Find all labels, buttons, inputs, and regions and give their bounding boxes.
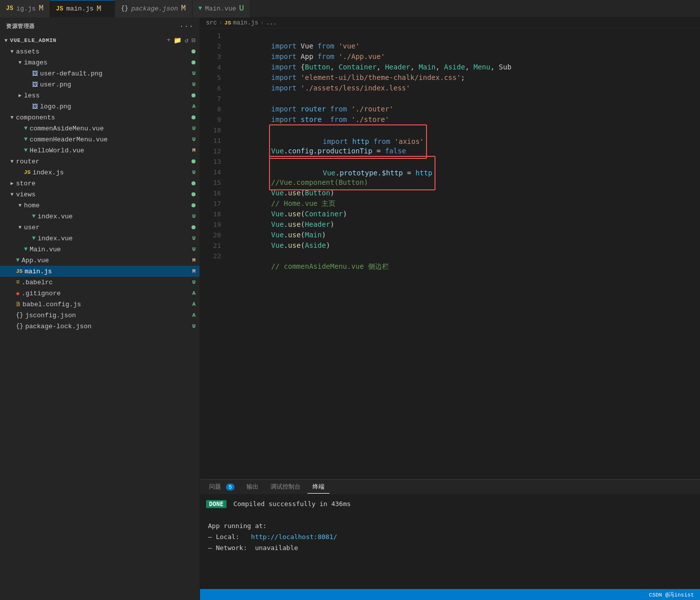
code-editor[interactable]: 1 2 3 4 5 6 7 8 9 10 11 12 13 14 15 16 1… xyxy=(200,28,700,479)
tree-item-assets[interactable]: ▼ assets xyxy=(0,46,200,57)
collapse-icon[interactable]: ⊟ xyxy=(192,36,196,44)
project-root[interactable]: ▼ VUE_ELE_ADMIN + 📁 ↺ ⊟ xyxy=(0,35,200,46)
badge: U xyxy=(192,213,196,219)
sidebar-more-button[interactable]: ··· xyxy=(179,22,194,31)
tree-item-images[interactable]: ▼ images xyxy=(0,57,200,68)
tree-item-babel-config[interactable]: 𝔹 babel.config.js A xyxy=(0,299,200,310)
tree-item-router[interactable]: ▼ router xyxy=(0,156,200,167)
code-line-1: import Vue from 'vue' xyxy=(229,30,700,41)
refresh-icon[interactable]: ↺ xyxy=(184,36,188,44)
img-icon: 🖼 xyxy=(32,81,38,88)
tab-router-js[interactable]: JS ig.js M xyxy=(0,0,50,17)
badge: U xyxy=(192,279,196,285)
terminal-blank-line xyxy=(206,510,694,521)
tree-item-gitignore[interactable]: ◆ .gitignore A xyxy=(0,288,200,299)
tree-item-home-index[interactable]: ▼ index.vue U xyxy=(0,211,200,222)
line-num-19: 19 xyxy=(200,219,221,230)
status-dot xyxy=(192,93,196,97)
badge: A xyxy=(192,312,196,318)
tree-item-package-lock[interactable]: {} package-lock.json U xyxy=(0,321,200,332)
tab-label-package: package.json xyxy=(131,5,178,12)
code-content[interactable]: import Vue from 'vue' import App from '.… xyxy=(225,28,700,479)
status-dot xyxy=(192,49,196,53)
babel-icon: 𝔹 xyxy=(16,301,20,308)
vue-icon: ▼ xyxy=(24,136,28,143)
line-num-17: 17 xyxy=(200,198,221,209)
tab-problems[interactable]: 问题 5 xyxy=(204,481,240,493)
new-folder-icon[interactable]: 📁 xyxy=(174,36,182,44)
vue-icon: ▼ xyxy=(32,213,36,220)
line-num-2: 2 xyxy=(200,41,221,51)
line-num-5: 5 xyxy=(200,72,221,83)
tree-item-jsconfig[interactable]: {} jsconfig.json A xyxy=(0,310,200,321)
tab-dot-package: M xyxy=(181,4,186,12)
tree-item-user-index[interactable]: ▼ index.vue U xyxy=(0,233,200,244)
tree-item-store[interactable]: ▶ store xyxy=(0,178,200,189)
tree-item-user-default[interactable]: 🖼 user-default.png U xyxy=(0,68,200,79)
compile-message: Compiled successfully in 436ms xyxy=(234,500,351,508)
badge: M xyxy=(192,268,196,274)
tree-item-user-png[interactable]: 🖼 user.png U xyxy=(0,79,200,90)
js-icon: JS xyxy=(6,5,13,12)
line-num-21: 21 xyxy=(200,240,221,251)
tree-item-router-index[interactable]: JS index.js U xyxy=(0,167,200,178)
line-num-16: 16 xyxy=(200,188,221,198)
tree-item-home[interactable]: ▼ home xyxy=(0,200,200,211)
breadcrumb-js-icon: JS xyxy=(224,20,231,26)
app-running-label: App running at: xyxy=(206,522,266,530)
file-icon: ≡ xyxy=(16,279,20,286)
done-badge: DONE xyxy=(206,500,226,508)
line-num-22: 22 xyxy=(200,251,221,261)
tree-item-babelrc[interactable]: ≡ .babelrc U xyxy=(0,277,200,288)
breadcrumb-src: src xyxy=(206,19,217,26)
tree-item-commenAside[interactable]: ▼ commenAsideMenu.vue U xyxy=(0,123,200,134)
tab-debug-console[interactable]: 调试控制台 xyxy=(266,481,306,493)
file-tree: ▼ assets ▼ images 🖼 user-default.png U 🖼 xyxy=(0,46,200,600)
arrow-icon: ▼ xyxy=(16,60,24,65)
badge: A xyxy=(192,301,196,307)
line-num-11: 11 xyxy=(200,135,221,146)
tab-package-json[interactable]: {} package.json M xyxy=(115,0,192,17)
status-dot xyxy=(192,60,196,64)
tab-main-vue[interactable]: ▼ Main.vue U xyxy=(192,0,250,17)
tab-bar: JS ig.js M JS main.js M × {} package.jso… xyxy=(0,0,700,17)
tree-item-app-vue[interactable]: ▼ App.vue M xyxy=(0,255,200,266)
arrow-icon: ▼ xyxy=(8,49,16,54)
js-icon: JS xyxy=(16,268,22,274)
local-url[interactable]: http://localhost:8081/ xyxy=(251,533,337,541)
network-label: – Network: xyxy=(206,544,247,552)
status-bar: CSDN @冯insist xyxy=(200,589,700,600)
tab-modified-dot: M xyxy=(38,4,44,12)
tree-item-user[interactable]: ▼ user xyxy=(0,222,200,233)
tab-output[interactable]: 输出 xyxy=(242,481,264,493)
vue-icon-tab: ▼ xyxy=(198,5,202,12)
tree-item-commenHeader[interactable]: ▼ commenHeaderMenu.vue U xyxy=(0,134,200,145)
tree-item-main-js[interactable]: JS main.js M xyxy=(0,266,200,277)
sidebar: 资源管理器 ··· ▼ VUE_ELE_ADMIN + 📁 ↺ ⊟ ▼ asse… xyxy=(0,17,200,600)
sidebar-title: 资源管理器 xyxy=(6,22,35,30)
tab-main-js[interactable]: JS main.js M × xyxy=(50,0,115,17)
arrow-icon: ▶ xyxy=(8,180,16,186)
git-icon: ◆ xyxy=(16,290,20,297)
tree-item-main-vue[interactable]: ▼ Main.vue U xyxy=(0,244,200,255)
img-icon: 🖼 xyxy=(32,70,38,77)
terminal-done-line: DONE Compiled successfully in 436ms xyxy=(206,499,694,510)
tree-item-helloworld[interactable]: ▼ HelloWorld.vue M xyxy=(0,145,200,156)
tab-debug-label: 调试控制台 xyxy=(270,484,300,491)
img-icon: 🖼 xyxy=(32,103,38,110)
new-file-icon[interactable]: + xyxy=(167,36,171,44)
tree-item-logo[interactable]: 🖼 logo.png A xyxy=(0,101,200,112)
network-value: unavailable xyxy=(255,544,298,552)
terminal-output: DONE Compiled successfully in 436ms App … xyxy=(200,495,700,589)
editor-area: src › JS main.js › ... 1 2 3 4 5 6 7 8 9… xyxy=(200,17,700,600)
line-num-8: 8 xyxy=(200,104,221,114)
line-num-3: 3 xyxy=(200,51,221,62)
tree-item-components[interactable]: ▼ components xyxy=(0,112,200,123)
breadcrumb-filename: main.js xyxy=(233,19,258,26)
breadcrumb-context: ... xyxy=(266,19,277,26)
tab-terminal[interactable]: 终端 xyxy=(308,481,330,494)
arrow-icon: ▼ xyxy=(8,159,16,164)
tree-item-views[interactable]: ▼ views xyxy=(0,189,200,200)
tree-item-less[interactable]: ▶ less xyxy=(0,90,200,101)
tab-dot-u: U xyxy=(239,4,244,12)
